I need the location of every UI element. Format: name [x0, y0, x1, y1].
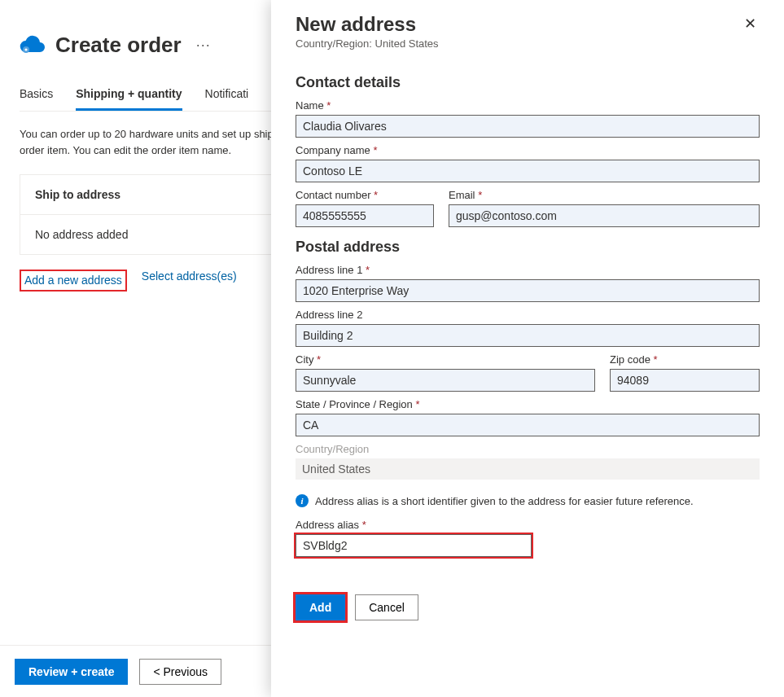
page-title: Create order	[55, 33, 182, 58]
address-line2-field[interactable]	[296, 324, 760, 347]
close-icon[interactable]: ✕	[741, 13, 760, 34]
name-label: Name	[296, 99, 760, 112]
contact-details-heading: Contact details	[296, 74, 760, 91]
add-button[interactable]: Add	[296, 594, 345, 620]
add-new-address-link[interactable]: Add a new address	[24, 274, 122, 287]
alias-field[interactable]	[296, 534, 532, 557]
alias-label: Address alias	[296, 519, 760, 531]
cloud-icon	[20, 33, 46, 57]
city-label: City	[296, 353, 595, 366]
company-label: Company name	[296, 144, 760, 156]
cancel-button[interactable]: Cancel	[355, 594, 418, 620]
tab-notifications[interactable]: Notificati	[205, 81, 249, 111]
state-label: State / Province / Region	[296, 398, 760, 410]
tab-basics[interactable]: Basics	[20, 81, 53, 111]
previous-button[interactable]: < Previous	[139, 659, 221, 685]
more-actions-button[interactable]: ···	[191, 37, 216, 54]
svg-point-1	[24, 48, 27, 50]
state-field[interactable]	[296, 414, 760, 436]
zip-label: Zip code	[610, 353, 760, 366]
panel-title: New address	[296, 13, 439, 36]
tab-shipping-quantity[interactable]: Shipping + quantity	[76, 81, 182, 111]
select-addresses-link[interactable]: Select address(es)	[142, 270, 237, 292]
panel-subtitle: Country/Region: United States	[296, 37, 439, 50]
company-field[interactable]	[296, 160, 760, 182]
contact-number-label: Contact number	[296, 189, 434, 201]
address-line1-field[interactable]	[296, 279, 760, 302]
contact-number-field[interactable]	[296, 204, 434, 227]
email-label: Email	[449, 189, 760, 201]
country-label: Country/Region	[296, 443, 760, 455]
postal-address-heading: Postal address	[296, 239, 760, 256]
review-create-button[interactable]: Review + create	[15, 659, 128, 685]
address-line1-label: Address line 1	[296, 264, 760, 276]
name-field[interactable]	[296, 115, 760, 138]
new-address-panel: New address Country/Region: United State…	[271, 0, 784, 697]
city-field[interactable]	[296, 369, 595, 392]
zip-field[interactable]	[610, 369, 760, 392]
country-field	[296, 458, 760, 480]
alias-info-text: Address alias is a short identifier give…	[315, 495, 694, 507]
address-line2-label: Address line 2	[296, 309, 760, 321]
info-icon: i	[296, 494, 309, 507]
email-field[interactable]	[449, 204, 760, 227]
